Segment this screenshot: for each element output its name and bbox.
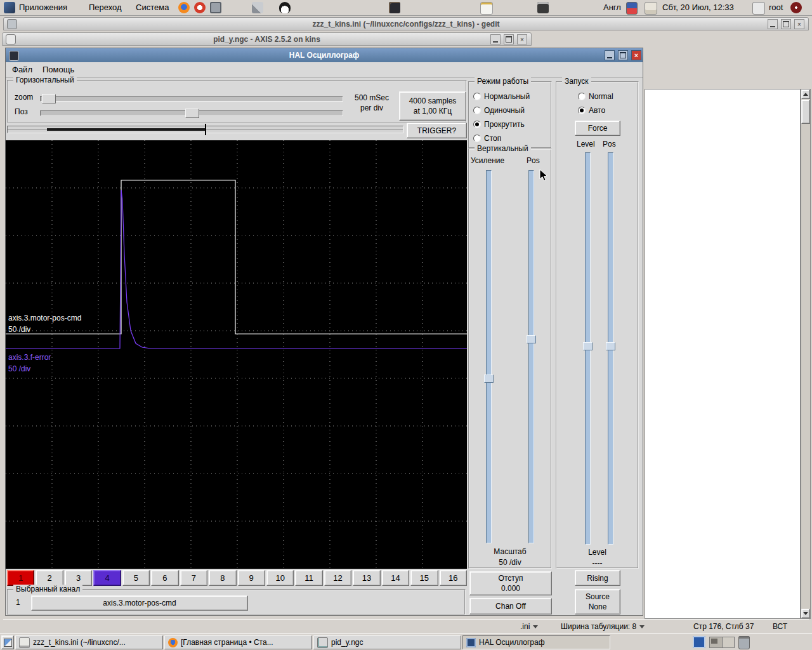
halscope-maximize-button[interactable] [618,50,628,60]
channel-button-13[interactable]: 13 [353,570,380,586]
filetype-dropdown[interactable]: .ini [520,622,538,631]
channel-button-6[interactable]: 6 [151,570,178,586]
channel-button-8[interactable]: 8 [209,570,236,586]
trigger-pos-slider[interactable] [608,152,613,545]
trigger-pos-slider-handle[interactable] [606,342,615,350]
channel-1-name-label: axis.3.motor-pos-cmd [8,314,81,322]
taskbar-item-firefox[interactable]: [Главная страница • Ста... [164,635,312,649]
axis-titlebar[interactable]: pid_y.ngc - AXIS 2.5.2 on kins × [2,32,532,46]
axis-maximize-button[interactable] [504,34,514,44]
firefox-icon[interactable] [178,2,190,13]
force-button[interactable]: Force [575,121,620,136]
gedit-minimize-button[interactable] [768,19,778,29]
tools-icon[interactable] [252,2,263,13]
menu-help[interactable]: Помощь [43,65,74,74]
notes-icon[interactable] [480,2,493,15]
halscope-minimize-button[interactable] [605,50,615,60]
trigger-option-normal[interactable]: Normal [578,92,613,101]
screen-icon[interactable] [210,2,221,13]
axis-close-button[interactable]: × [517,34,527,44]
scrollbar-down-button[interactable] [801,609,810,618]
menu-applications[interactable]: Приложения [19,3,67,12]
clock[interactable]: Сбт, 20 Июл, 12:33 [662,3,734,12]
channel-button-12[interactable]: 12 [324,570,351,586]
trigger-option-auto[interactable]: Авто [578,106,605,115]
axis-minimize-button[interactable] [490,34,501,44]
workspace-1[interactable] [709,637,723,648]
position-slider-handle[interactable] [185,109,199,118]
trigger-edge-button[interactable]: Rising [575,570,620,586]
halscope-close-button[interactable]: × [631,50,641,60]
photo-icon[interactable] [389,2,400,13]
channel-button-14[interactable]: 14 [382,570,409,586]
channel-button-10[interactable]: 10 [266,570,294,586]
channel-button-5[interactable]: 5 [122,570,150,586]
channel-button-4[interactable]: 4 [93,570,121,586]
offset-button[interactable]: Отступ 0.000 [469,571,552,595]
halscope-window: HAL Осциллограф × Файл Помощь Горизонтал… [5,48,643,616]
run-mode-option-stop[interactable]: Стоп [473,134,501,143]
channel-button-3[interactable]: 3 [65,570,92,586]
gedit-close-button[interactable]: × [794,19,804,29]
channel-button-11[interactable]: 11 [295,570,322,586]
taskbar-item-gedit[interactable]: zzz_t_kins.ini (~/linuxcnc/... [15,635,163,649]
help-icon[interactable] [194,2,206,13]
tab-width-dropdown[interactable]: Ширина табуляции: 8 [561,622,645,631]
channel-button-15[interactable]: 15 [410,570,438,586]
chevron-down-icon [639,625,645,628]
gedit-scrollbar[interactable] [801,89,811,619]
tray-display-icon[interactable] [693,636,705,648]
gain-slider[interactable] [486,170,492,543]
chan-off-button[interactable]: Chan Off [469,598,552,614]
vertical-group-label: Вертикальный [475,144,531,153]
channel-button-1[interactable]: 1 [7,570,34,586]
run-mode-option-single[interactable]: Одиночный [473,106,525,115]
gain-slider-handle[interactable] [484,375,494,383]
trigger-source-button[interactable]: Source None [575,589,620,614]
tux-icon[interactable] [279,2,291,13]
trigger-level-slider[interactable] [585,152,591,545]
gedit-titlebar[interactable]: zzz_t_kins.ini (~/linuxcnc/configs/zzz_t… [3,17,809,30]
trace-channel-1 [6,180,467,334]
run-mode-option-roll[interactable]: Прокрутить [473,120,525,129]
zoom-slider-handle[interactable] [42,94,56,103]
channel-button-9[interactable]: 9 [238,570,265,586]
user-indicator[interactable]: root [769,3,783,12]
applications-menu-icon[interactable] [4,2,15,13]
channel-button-16[interactable]: 16 [440,570,467,586]
taskbar-item-axis[interactable]: pid_y.ngc [313,635,461,649]
taskbar-item-halscope[interactable]: HAL Осциллограф [462,635,610,649]
power-icon[interactable] [790,2,802,13]
position-slider[interactable] [40,110,343,116]
menu-places[interactable]: Переход [89,3,122,12]
menu-file[interactable]: Файл [12,65,32,74]
show-desktop-button[interactable] [1,635,14,649]
vertical-pos-slider[interactable] [528,170,534,543]
show-desktop-icon [4,639,12,647]
channel-button-2[interactable]: 2 [36,570,63,586]
channel-button-7[interactable]: 7 [180,570,207,586]
workspace-2[interactable] [723,637,735,648]
scrollbar-thumb[interactable] [801,100,810,124]
zoom-slider[interactable] [40,96,343,102]
menu-system[interactable]: Система [136,3,169,12]
selected-channel-name-button[interactable]: axis.3.motor-pos-cmd [31,595,248,611]
scope-display[interactable]: axis.3.motor-pos-cmd 50 /div axis.3.f-er… [6,140,467,569]
screen-lock-icon[interactable] [752,2,765,15]
run-mode-option-normal[interactable]: Нормальный [473,92,530,101]
gedit-maximize-button[interactable] [781,19,791,29]
trigger-question-button[interactable]: TRIGGER? [407,123,467,138]
keyboard-layout-indicator[interactable]: Англ [603,3,621,12]
trash-icon[interactable] [738,636,750,649]
halscope-titlebar[interactable]: HAL Осциллограф × [6,48,643,62]
terminal-icon[interactable] [537,2,549,13]
layout-flag-icon[interactable] [626,2,638,15]
mail-icon[interactable] [645,2,657,15]
gedit-text-area[interactable] [645,89,801,619]
trigger-level-slider-handle[interactable] [583,342,593,350]
scrollbar-up-button[interactable] [801,90,810,99]
horizontal-group-label: Горизонтальный [13,76,77,84]
vertical-pos-slider-handle[interactable] [527,335,536,343]
channel-4-scale-label: 50 /div [8,364,30,373]
record-length-button[interactable]: 4000 samples at 1,00 КГц [399,91,466,121]
